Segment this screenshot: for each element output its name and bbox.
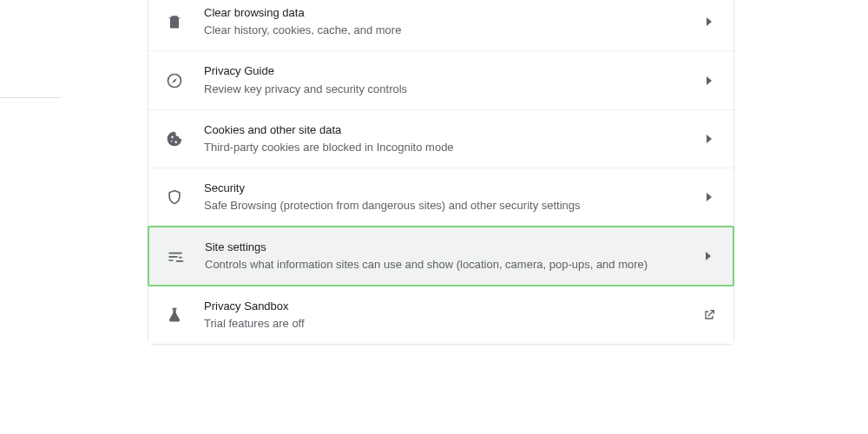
row-text: Site settings Controls what information …	[205, 240, 701, 273]
row-text: Cookies and other site data Third-party …	[204, 122, 702, 155]
row-title: Privacy Sandbox	[204, 299, 702, 314]
row-title: Site settings	[205, 240, 701, 255]
row-title: Security	[204, 181, 702, 196]
row-desc: Safe Browsing (protection from dangerous…	[204, 198, 702, 214]
chevron-right-icon	[702, 17, 716, 26]
row-clear-browsing-data[interactable]: Clear browsing data Clear history, cooki…	[148, 0, 733, 50]
privacy-settings-panel: Clear browsing data Clear history, cooki…	[148, 0, 734, 345]
row-title: Cookies and other site data	[204, 122, 702, 138]
row-desc: Review key privacy and security controls	[204, 82, 702, 97]
row-desc: Trial features are off	[204, 316, 702, 332]
row-title: Privacy Guide	[204, 63, 702, 79]
row-text: Privacy Guide Review key privacy and sec…	[204, 63, 702, 96]
row-desc: Third-party cookies are blocked in Incog…	[204, 140, 702, 155]
row-desc: Controls what information sites can use …	[205, 257, 701, 273]
cookie-icon	[166, 130, 183, 148]
shield-icon	[166, 188, 183, 206]
row-text: Privacy Sandbox Trial features are off	[204, 299, 702, 332]
row-site-settings[interactable]: Site settings Controls what information …	[148, 226, 734, 286]
row-security[interactable]: Security Safe Browsing (protection from …	[148, 168, 733, 226]
chevron-right-icon	[701, 252, 715, 260]
row-privacy-sandbox[interactable]: Privacy Sandbox Trial features are off	[148, 286, 733, 344]
trash-icon	[166, 13, 183, 30]
chevron-right-icon	[702, 135, 716, 143]
tune-icon	[167, 247, 184, 265]
row-title: Clear browsing data	[204, 5, 702, 21]
chevron-right-icon	[702, 76, 716, 85]
chevron-right-icon	[702, 193, 716, 201]
row-cookies[interactable]: Cookies and other site data Third-party …	[148, 109, 733, 168]
sidebar-divider-stub	[0, 97, 61, 99]
row-privacy-guide[interactable]: Privacy Guide Review key privacy and sec…	[148, 50, 733, 108]
compass-icon	[166, 72, 183, 89]
row-desc: Clear history, cookies, cache, and more	[204, 23, 702, 38]
row-text: Clear browsing data Clear history, cooki…	[204, 5, 702, 38]
row-text: Security Safe Browsing (protection from …	[204, 181, 702, 214]
external-link-icon	[702, 307, 716, 323]
flask-icon	[166, 306, 183, 324]
